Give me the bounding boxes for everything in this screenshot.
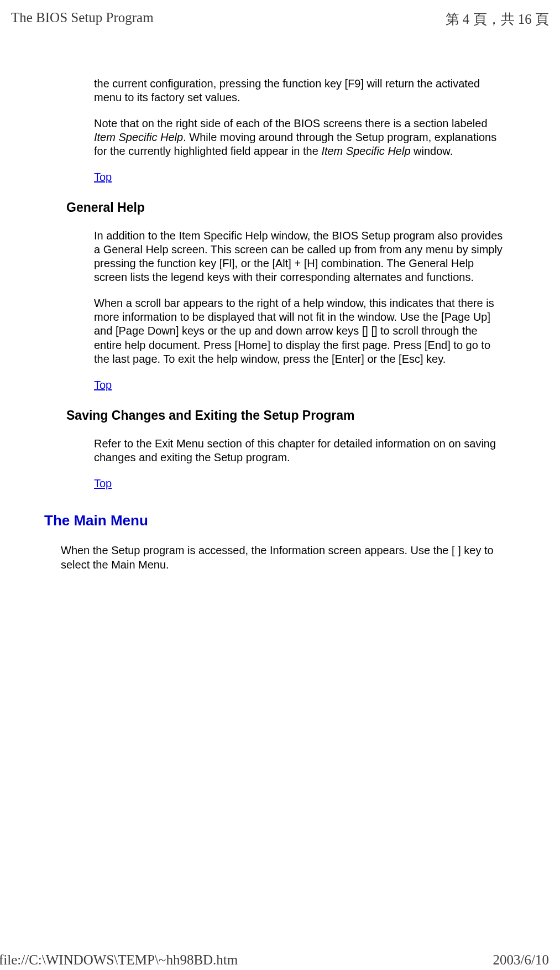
main-menu-para-1: When the Setup program is accessed, the … (61, 544, 505, 572)
page-indicator: 第 4 頁，共 16 頁 (446, 10, 549, 28)
general-help-para-2: When a scroll bar appears to the right o… (94, 296, 505, 366)
footer-date: 2003/6/10 (493, 952, 549, 968)
heading-general-help: General Help (66, 200, 505, 216)
top-link[interactable]: Top (94, 170, 112, 184)
saving-para-1: Refer to the Exit Menu section of this c… (94, 437, 505, 465)
text-fragment: When the Setup program is accessed, the … (61, 544, 458, 556)
page-title: The BIOS Setup Program (11, 10, 154, 28)
intro-para-1: the current configuration, pressing the … (94, 77, 505, 105)
text-fragment: Note that on the right side of each of t… (94, 117, 488, 129)
text-italic: Item Specific Help (321, 145, 410, 157)
text-fragment: window. (411, 145, 453, 157)
top-link[interactable]: Top (94, 378, 112, 392)
footer-path: file://C:\WINDOWS\TEMP\~hh98BD.htm (0, 952, 238, 968)
heading-saving-changes: Saving Changes and Exiting the Setup Pro… (66, 408, 505, 424)
general-help-para-1: In addition to the Item Specific Help wi… (94, 229, 505, 284)
top-link[interactable]: Top (94, 477, 112, 491)
intro-para-2: Note that on the right side of each of t… (94, 117, 505, 158)
heading-main-menu: The Main Menu (44, 512, 505, 530)
text-fragment: ] [ (365, 325, 374, 337)
text-italic: Item Specific Help (94, 131, 183, 143)
